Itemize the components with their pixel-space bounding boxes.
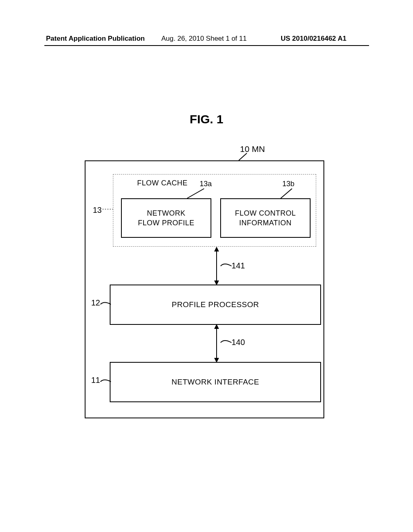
label-141: 141 <box>232 261 245 270</box>
label-140: 140 <box>232 338 245 347</box>
pointer-13 <box>102 209 113 210</box>
label-13a: 13a <box>200 180 212 188</box>
header-rule <box>44 45 369 46</box>
box-pp-text: PROFILE PROCESSOR <box>172 300 259 309</box>
figure-title: FIG. 1 <box>0 112 413 126</box>
box-flow-control-information: FLOW CONTROL INFORMATION <box>220 198 311 238</box>
label-10-mn: 10 MN <box>240 144 265 154</box>
flow-cache-label: FLOW CACHE <box>137 179 188 187</box>
box-fci-text: FLOW CONTROL INFORMATION <box>235 208 296 228</box>
box-profile-processor: PROFILE PROCESSOR <box>110 285 321 325</box>
label-13b: 13b <box>282 180 294 188</box>
header-center: Aug. 26, 2010 Sheet 1 of 11 <box>161 35 247 43</box>
box-network-flow-profile: NETWORK FLOW PROFILE <box>121 198 211 238</box>
box-nfp-text: NETWORK FLOW PROFILE <box>138 208 194 228</box>
label-11: 11 <box>91 376 100 385</box>
header-right: US 2010/0216462 A1 <box>281 35 346 43</box>
box-ni-text: NETWORK INTERFACE <box>171 378 259 387</box>
label-12: 12 <box>91 298 100 308</box>
header-left: Patent Application Publication <box>46 35 145 43</box>
svg-line-0 <box>239 153 247 160</box>
box-network-interface: NETWORK INTERFACE <box>110 362 321 402</box>
label-13: 13 <box>93 206 102 215</box>
